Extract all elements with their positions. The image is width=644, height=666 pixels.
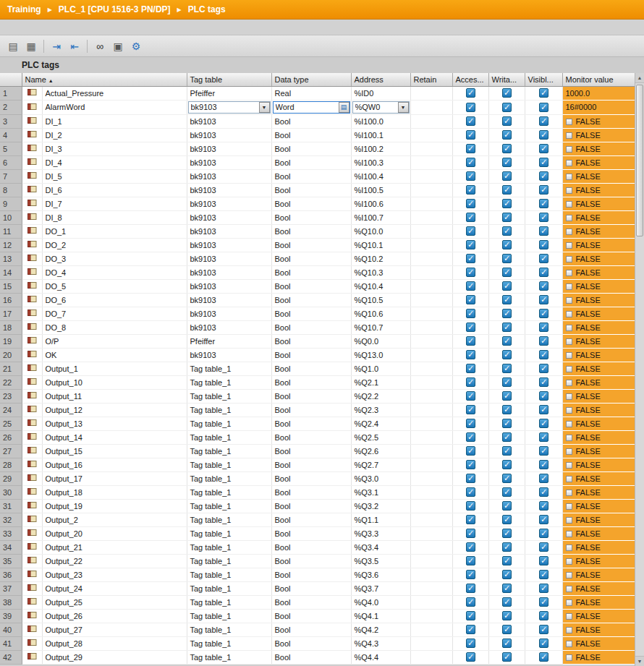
row-number[interactable]: 16: [0, 293, 22, 307]
address-cell[interactable]: %Q3.3: [351, 526, 410, 540]
address-cell[interactable]: %Q4.4: [351, 650, 410, 664]
tag-table-cell[interactable]: Tag table_1: [187, 650, 271, 664]
data-type-cell[interactable]: Bool: [271, 581, 351, 595]
address-cell[interactable]: %QW0▼: [351, 100, 410, 114]
column-header-address[interactable]: Address: [351, 73, 410, 86]
tag-name-cell[interactable]: Output_27: [42, 623, 187, 636]
row-number[interactable]: 19: [0, 334, 22, 348]
visible-checkbox-cell[interactable]: [525, 334, 562, 348]
retain-checkbox-cell[interactable]: [410, 86, 452, 100]
row-number[interactable]: 17: [0, 307, 22, 320]
visible-checkbox-cell[interactable]: [525, 348, 562, 362]
visible-checkbox-cell[interactable]: [525, 155, 562, 169]
retain-checkbox-cell[interactable]: [410, 238, 452, 252]
cross-reference-icon[interactable]: ⚙: [128, 38, 144, 54]
writable-checkbox-cell[interactable]: [488, 581, 525, 595]
data-type-cell[interactable]: Bool: [271, 293, 351, 307]
writable-checkbox-cell[interactable]: [488, 155, 525, 169]
tag-table-cell[interactable]: bk9103: [187, 114, 271, 128]
accessible-checkbox-cell[interactable]: [452, 623, 488, 636]
address-cell[interactable]: %I100.5: [351, 183, 410, 197]
retain-checkbox-cell[interactable]: [410, 554, 452, 568]
accessible-checkbox-cell[interactable]: [452, 252, 488, 265]
data-type-cell[interactable]: Bool: [271, 595, 351, 609]
tag-name-cell[interactable]: Output_18: [42, 485, 187, 499]
breadcrumb-item[interactable]: Training: [7, 4, 41, 14]
accessible-checkbox-cell[interactable]: [452, 499, 488, 513]
row-number[interactable]: 40: [0, 623, 22, 636]
accessible-checkbox-cell[interactable]: [452, 142, 488, 155]
writable-checkbox-cell[interactable]: [488, 417, 525, 430]
tag-name-cell[interactable]: OK: [42, 348, 187, 362]
retain-checkbox-cell[interactable]: [410, 334, 452, 348]
tag-name-cell[interactable]: Output_1: [42, 362, 187, 375]
data-type-cell[interactable]: Bool: [271, 540, 351, 554]
row-number[interactable]: 24: [0, 403, 22, 417]
scroll-up-icon[interactable]: ▲: [635, 73, 644, 83]
visible-checkbox-cell[interactable]: [525, 650, 562, 664]
import-icon[interactable]: ⇤: [67, 38, 82, 54]
tag-table-cell[interactable]: Tag table_1: [187, 581, 271, 595]
retain-checkbox-cell[interactable]: [410, 197, 452, 210]
retain-checkbox-cell[interactable]: [410, 526, 452, 540]
address-cell[interactable]: %I100.0: [351, 114, 410, 128]
address-cell[interactable]: %Q10.7: [351, 320, 410, 334]
visible-checkbox-cell[interactable]: [525, 265, 562, 279]
visible-checkbox-cell[interactable]: [525, 554, 562, 568]
retain-checkbox-cell[interactable]: [410, 568, 452, 581]
accessible-checkbox-cell[interactable]: [452, 554, 488, 568]
writable-checkbox-cell[interactable]: [488, 252, 525, 265]
writable-checkbox-cell[interactable]: [488, 609, 525, 623]
writable-checkbox-cell[interactable]: [488, 128, 525, 142]
writable-checkbox-cell[interactable]: [488, 320, 525, 334]
tag-name-cell[interactable]: Output_12: [42, 403, 187, 417]
visible-checkbox-cell[interactable]: [525, 636, 562, 650]
row-number[interactable]: 27: [0, 444, 22, 458]
retain-checkbox-cell[interactable]: [410, 389, 452, 403]
tag-table-cell[interactable]: Tag table_1: [187, 375, 271, 389]
writable-checkbox-cell[interactable]: [488, 169, 525, 183]
tag-table-cell[interactable]: Tag table_1: [187, 362, 271, 375]
tag-name-cell[interactable]: DI_1: [42, 114, 187, 128]
row-number[interactable]: 28: [0, 458, 22, 471]
row-number[interactable]: 9: [0, 197, 22, 210]
tag-table-cell[interactable]: Tag table_1: [187, 389, 271, 403]
visible-checkbox-cell[interactable]: [525, 86, 562, 100]
address-cell[interactable]: %Q2.5: [351, 430, 410, 444]
address-cell[interactable]: %Q10.0: [351, 224, 410, 238]
accessible-checkbox-cell[interactable]: [452, 389, 488, 403]
writable-checkbox-cell[interactable]: [488, 348, 525, 362]
data-type-cell[interactable]: Bool: [271, 224, 351, 238]
row-number[interactable]: 32: [0, 513, 22, 526]
address-cell[interactable]: %Q2.1: [351, 375, 410, 389]
accessible-checkbox-cell[interactable]: [452, 650, 488, 664]
accessible-checkbox-cell[interactable]: [452, 210, 488, 224]
tag-table-cell[interactable]: bk9103: [187, 155, 271, 169]
accessible-checkbox-cell[interactable]: [452, 403, 488, 417]
accessible-checkbox-cell[interactable]: [452, 100, 488, 114]
writable-checkbox-cell[interactable]: [488, 238, 525, 252]
tag-name-cell[interactable]: Output_10: [42, 375, 187, 389]
row-number[interactable]: 22: [0, 375, 22, 389]
retain-checkbox-cell[interactable]: [410, 595, 452, 609]
tag-table-cell[interactable]: Tag table_1: [187, 485, 271, 499]
writable-checkbox-cell[interactable]: [488, 430, 525, 444]
writable-checkbox-cell[interactable]: [488, 197, 525, 210]
address-cell[interactable]: %Q1.0: [351, 362, 410, 375]
tag-table-cell[interactable]: bk9103: [187, 183, 271, 197]
row-number[interactable]: 20: [0, 348, 22, 362]
visible-checkbox-cell[interactable]: [525, 623, 562, 636]
accessible-checkbox-cell[interactable]: [452, 471, 488, 485]
tag-table-cell[interactable]: Tag table_1: [187, 417, 271, 430]
row-number[interactable]: 11: [0, 224, 22, 238]
tag-table-cell[interactable]: Tag table_1: [187, 623, 271, 636]
row-number[interactable]: 37: [0, 581, 22, 595]
tag-table-cell[interactable]: bk9103: [187, 320, 271, 334]
breadcrumb-item[interactable]: PLC_1 [CPU 1516-3 PN/DP]: [59, 4, 171, 14]
address-cell[interactable]: %Q2.3: [351, 403, 410, 417]
writable-checkbox-cell[interactable]: [488, 114, 525, 128]
data-type-cell[interactable]: Bool: [271, 650, 351, 664]
data-type-cell[interactable]: Bool: [271, 430, 351, 444]
row-number[interactable]: 33: [0, 526, 22, 540]
data-type-cell[interactable]: Bool: [271, 265, 351, 279]
